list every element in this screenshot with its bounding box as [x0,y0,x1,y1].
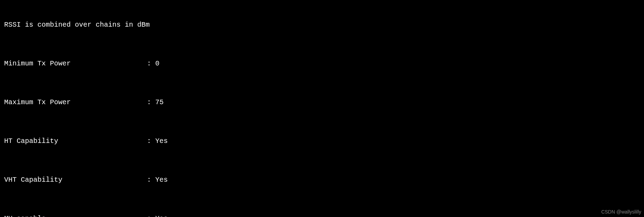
separator: : [147,136,151,146]
field-value: Yes [151,136,168,146]
min-tx-power-row: Minimum Tx Power : 0 [1,59,644,69]
separator: : [147,59,151,69]
mu-capable-row: MU capable : Yes [1,214,644,217]
vht-capability-row: VHT Capability : Yes [1,175,644,185]
field-label: Maximum Tx Power [1,98,147,107]
field-value: 0 [151,59,159,69]
ht-capability-row: HT Capability : Yes [1,136,644,146]
max-tx-power-row: Maximum Tx Power : 75 [1,98,644,107]
field-label: HT Capability [1,136,147,146]
rssi-header: RSSI is combined over chains in dBm [1,20,644,30]
separator: : [147,214,151,217]
field-label: MU capable [1,214,147,217]
separator: : [147,175,151,185]
watermark: CSDN @wallyslilly [601,209,641,216]
field-value: Yes [151,214,168,217]
field-value: 75 [151,98,164,107]
terminal-output: RSSI is combined over chains in dBm Mini… [0,1,644,217]
field-value: Yes [151,175,168,185]
field-label: Minimum Tx Power [1,59,147,69]
field-label: VHT Capability [1,175,147,185]
separator: : [147,98,151,107]
